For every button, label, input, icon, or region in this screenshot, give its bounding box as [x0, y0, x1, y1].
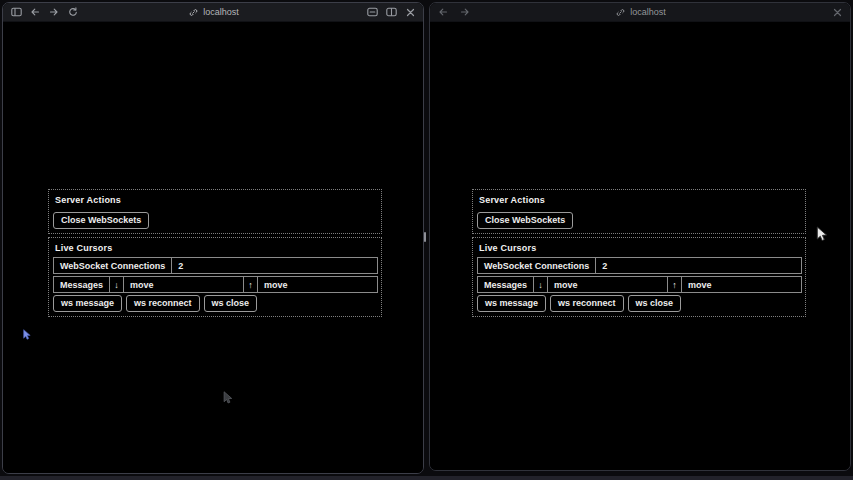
- dock-hint: [0, 476, 853, 480]
- forward-icon[interactable]: [48, 6, 60, 18]
- connections-label: WebSocket Connections: [478, 258, 596, 273]
- titlebar: localhost: [3, 3, 423, 22]
- titlebar-right-icons: [831, 6, 843, 18]
- close-websockets-button[interactable]: Close WebSockets: [53, 212, 149, 229]
- page-title: localhost: [630, 7, 666, 17]
- browser-window-left: localhost Server Actions: [2, 2, 424, 474]
- connections-value: 2: [172, 258, 377, 273]
- back-icon[interactable]: [29, 6, 41, 18]
- ws-reconnect-button[interactable]: ws reconnect: [126, 295, 200, 312]
- ws-close-button[interactable]: ws close: [204, 295, 258, 312]
- ws-reconnect-button[interactable]: ws reconnect: [550, 295, 624, 312]
- panels: Server Actions Close WebSockets Live Cur…: [472, 189, 806, 320]
- titlebar: localhost: [430, 3, 850, 22]
- window-resize-handle[interactable]: [424, 232, 426, 242]
- ws-close-button[interactable]: ws close: [628, 295, 682, 312]
- reload-icon[interactable]: [67, 6, 79, 18]
- connections-value: 2: [596, 258, 801, 273]
- server-actions-title: Server Actions: [55, 195, 378, 205]
- arrow-down-icon: ↓: [534, 277, 548, 292]
- server-actions-title: Server Actions: [479, 195, 802, 205]
- page-icon[interactable]: [366, 6, 378, 18]
- arrow-up-icon: ↑: [244, 277, 258, 292]
- messages-label: Messages: [54, 277, 110, 292]
- link-icon: [187, 6, 199, 18]
- ws-buttons-row: ws message ws reconnect ws close: [477, 295, 802, 312]
- messages-row: Messages ↓ move ↑ move: [477, 276, 802, 293]
- close-icon[interactable]: [404, 6, 416, 18]
- connections-row: WebSocket Connections 2: [53, 257, 378, 274]
- arrow-down-icon: ↓: [110, 277, 124, 292]
- messages-row: Messages ↓ move ↑ move: [53, 276, 378, 293]
- live-cursors-title: Live Cursors: [479, 243, 802, 253]
- ws-buttons-row: ws message ws reconnect ws close: [53, 295, 378, 312]
- messages-label: Messages: [478, 277, 534, 292]
- titlebar-right-icons: [366, 6, 416, 18]
- page-content: Server Actions Close WebSockets Live Cur…: [430, 22, 850, 470]
- close-websockets-button[interactable]: Close WebSockets: [477, 212, 573, 229]
- server-actions-panel: Server Actions Close WebSockets: [48, 189, 382, 234]
- forward-icon[interactable]: [459, 6, 471, 18]
- ws-message-button[interactable]: ws message: [477, 295, 546, 312]
- connections-row: WebSocket Connections 2: [477, 257, 802, 274]
- sidebar-toggle-icon[interactable]: [10, 6, 22, 18]
- arrow-up-icon: ↑: [668, 277, 682, 292]
- outgoing-message-value: move: [258, 277, 377, 292]
- address-title: localhost: [430, 3, 850, 21]
- live-cursors-title: Live Cursors: [55, 243, 378, 253]
- page-title: localhost: [203, 7, 239, 17]
- titlebar-left-icons: [10, 6, 79, 18]
- server-actions-panel: Server Actions Close WebSockets: [472, 189, 806, 234]
- ws-message-button[interactable]: ws message: [53, 295, 122, 312]
- live-cursors-panel: Live Cursors WebSocket Connections 2 Mes…: [48, 237, 382, 317]
- panels: Server Actions Close WebSockets Live Cur…: [48, 189, 382, 320]
- incoming-message-value: move: [548, 277, 668, 292]
- browser-window-right: localhost Server Actions Close WebSocket…: [429, 2, 851, 471]
- outgoing-message-value: move: [682, 277, 801, 292]
- back-icon[interactable]: [437, 6, 449, 18]
- incoming-message-value: move: [124, 277, 244, 292]
- live-cursors-panel: Live Cursors WebSocket Connections 2 Mes…: [472, 237, 806, 317]
- link-icon: [614, 6, 626, 18]
- split-view-icon[interactable]: [385, 6, 397, 18]
- titlebar-left-icons: [437, 6, 471, 18]
- close-icon[interactable]: [831, 6, 843, 18]
- page-content: Server Actions Close WebSockets Live Cur…: [3, 22, 423, 473]
- connections-label: WebSocket Connections: [54, 258, 172, 273]
